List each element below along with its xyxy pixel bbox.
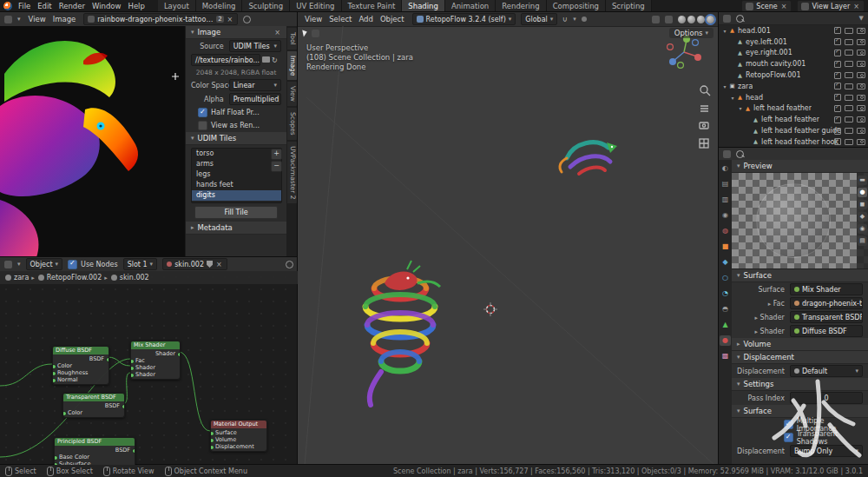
hide-viewport-icon[interactable] [845, 83, 853, 89]
node-socket-row[interactable]: Shader [131, 364, 180, 371]
hide-render-icon[interactable] [857, 128, 865, 134]
slot-dropdown[interactable]: Slot 1 ▾ [123, 258, 157, 270]
menu-item[interactable]: Image [50, 15, 79, 23]
properties-tab[interactable] [720, 257, 731, 268]
pin-icon[interactable] [243, 16, 251, 23]
workspace-tab[interactable]: Compositing [547, 0, 606, 12]
hide-viewport-icon[interactable] [845, 72, 853, 78]
hide-viewport-icon[interactable] [845, 116, 853, 123]
datablock-name[interactable]: zara [736, 83, 753, 90]
workspace-tab[interactable]: Sculpting [242, 0, 290, 12]
properties-tab[interactable] [720, 320, 731, 330]
properties-tab[interactable] [720, 335, 731, 346]
shading-material-icon[interactable] [697, 16, 705, 23]
sidebar-tab[interactable]: Tool [287, 28, 298, 50]
expand-icon[interactable]: ▸ [768, 301, 772, 308]
selectable-checkbox-icon[interactable] [834, 138, 841, 145]
node-canvas[interactable]: zara ▸ RetopoFlow.002 ▸ skin.002 ▸ [0, 271, 298, 465]
hide-render-icon[interactable] [857, 50, 865, 56]
selectable-checkbox-icon[interactable] [834, 105, 841, 112]
outliner-row[interactable]: left head feather [719, 114, 868, 125]
surface-panel-header[interactable]: ▾ Surface [732, 269, 868, 282]
socket-icon[interactable] [211, 445, 214, 450]
hide-viewport-icon[interactable] [845, 139, 853, 145]
hide-viewport-icon[interactable] [845, 128, 853, 134]
outliner-row[interactable]: ▾ zara [719, 81, 868, 92]
checkbox-row[interactable]: Half Float Pr... [186, 106, 286, 119]
image-datablock-selector[interactable]: rainbow-dragon-phoenix-tattoo-colour 2 × [83, 13, 238, 25]
node-socket-row[interactable]: BSDF [55, 447, 135, 454]
expand-arrow-icon[interactable]: ▾ [721, 28, 728, 34]
shading-wireframe-icon[interactable] [678, 16, 686, 23]
hide-viewport-icon[interactable] [845, 39, 853, 45]
socket-icon[interactable] [53, 378, 56, 383]
selectable-checkbox-icon[interactable] [834, 83, 841, 89]
properties-tab[interactable] [720, 273, 731, 283]
selectable-checkbox-icon[interactable] [834, 27, 841, 34]
image-panel-header[interactable]: ▾ Image × [186, 26, 286, 39]
preview-sphere-icon[interactable]: ● [858, 188, 867, 197]
image-unlink-icon[interactable]: × [227, 16, 234, 23]
breadcrumb-item[interactable]: RetopoFlow.002 ▸ [38, 274, 108, 282]
hide-viewport-icon[interactable] [845, 28, 853, 34]
shading-solid-icon[interactable] [687, 16, 695, 23]
expand-arrow-icon[interactable]: ▾ [721, 83, 728, 89]
menu-item[interactable]: View [26, 15, 49, 23]
socket-icon[interactable] [131, 373, 135, 378]
fill-tile-button[interactable]: Fill Tile [194, 206, 278, 219]
outliner-row[interactable]: mouth cavity.001 [719, 58, 868, 70]
node-socket-row[interactable]: Normal [53, 376, 108, 383]
hide-render-icon[interactable] [857, 105, 865, 111]
properties-tab[interactable] [720, 351, 731, 361]
menu-item[interactable]: View [302, 15, 325, 23]
color-space-dropdown[interactable]: Linear ▾ [229, 79, 281, 91]
workspace-tab[interactable]: Animation [445, 0, 496, 12]
datablock-name[interactable]: RetopoFlow.001 [744, 71, 800, 79]
expand-icon[interactable]: ▸ [754, 328, 758, 335]
workspace-tab[interactable]: Shading [402, 0, 445, 12]
node-socket-row[interactable]: Displacement [211, 443, 266, 450]
node-socket-row[interactable]: Shader [131, 371, 180, 378]
editor-type-properties-icon[interactable] [723, 150, 731, 158]
search-icon[interactable] [736, 15, 744, 23]
sidebar-tab[interactable]: UVPackmaster 2 [287, 142, 298, 203]
outliner-row[interactable]: ▾ head.001 [719, 25, 868, 36]
socket-icon[interactable] [63, 411, 67, 416]
udim-tile-item[interactable]: digits [192, 190, 281, 201]
use-nodes-row[interactable]: Use Nodes [68, 260, 118, 269]
expand-arrow-icon[interactable]: ▾ [737, 105, 744, 111]
selectable-checkbox-icon[interactable] [834, 72, 841, 79]
tool-options-icon[interactable] [312, 30, 319, 37]
sidebar-tab[interactable]: View [287, 82, 298, 106]
hide-render-icon[interactable] [857, 39, 865, 45]
filter-icon[interactable]: ▼ [859, 15, 864, 22]
hide-viewport-icon[interactable] [845, 50, 853, 56]
volume-panel-header[interactable]: ▸ Volume [732, 338, 868, 351]
node-title[interactable]: Diffuse BSDF [53, 347, 108, 354]
node-title[interactable]: Material Output [211, 421, 266, 428]
hide-viewport-icon[interactable] [845, 95, 853, 101]
editor-type-outliner-icon[interactable] [723, 15, 731, 23]
node-socket-row[interactable]: Volume [211, 436, 266, 443]
gizmos-toggle-icon[interactable] [652, 16, 660, 23]
menu-item[interactable]: Object [378, 15, 407, 23]
close-icon[interactable]: × [273, 29, 281, 36]
properties-tab[interactable] [720, 163, 731, 174]
checkbox[interactable] [198, 108, 207, 117]
properties-tab[interactable] [720, 195, 731, 205]
selectable-checkbox-icon[interactable] [834, 116, 841, 123]
fake-user-icon[interactable] [207, 261, 213, 268]
workspace-tab[interactable]: UV Editing [290, 0, 341, 12]
preview-flat-icon[interactable]: ▬ [858, 176, 867, 185]
viewport-scene[interactable]: Options ▾ User Perspective(108) Scene Co… [298, 26, 719, 465]
datablock-name[interactable]: head.001 [736, 27, 771, 35]
editor-type-image-icon[interactable] [4, 16, 12, 23]
shading-rendered-icon[interactable] [707, 16, 714, 23]
editor-type-caret-icon[interactable]: ▾ [17, 261, 21, 268]
outliner-row[interactable]: ▾ head [719, 92, 868, 103]
node-socket-row[interactable]: Color [53, 362, 108, 369]
workspace-tab[interactable]: Scripting [606, 0, 652, 12]
udim-panel-header[interactable]: ▾ UDIM Tiles [186, 132, 286, 145]
node-socket-row[interactable]: Surface [211, 429, 266, 436]
datablock-name[interactable]: left head feather guide [760, 127, 841, 135]
